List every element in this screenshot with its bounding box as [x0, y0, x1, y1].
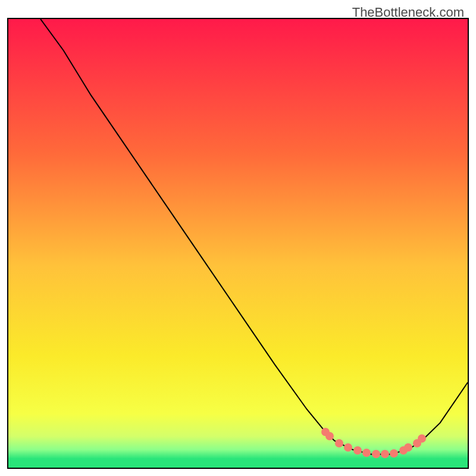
watermark-text: TheBottleneck.com [352, 5, 464, 20]
marker-dot [381, 450, 389, 458]
marker-dot [335, 439, 343, 447]
marker-dot [404, 443, 412, 452]
marker-dot [372, 450, 380, 458]
marker-dots-layer [8, 19, 468, 468]
marker-dot [353, 446, 362, 455]
marker-dot [390, 449, 398, 458]
marker-dot [418, 434, 426, 443]
marker-dot [344, 443, 352, 452]
marker-dot [362, 449, 371, 457]
marker-dot [325, 432, 334, 440]
plot-area [7, 18, 469, 469]
